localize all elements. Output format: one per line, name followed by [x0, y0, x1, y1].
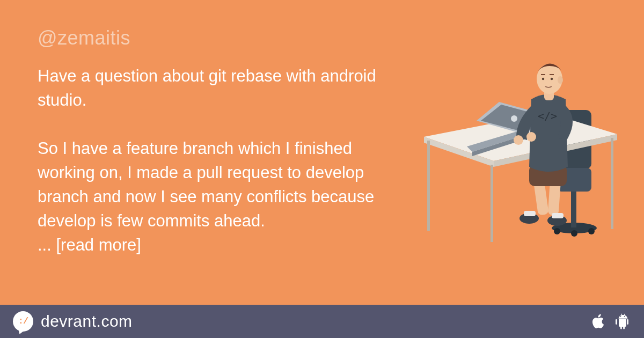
svg-point-35 [558, 76, 563, 84]
svg-point-36 [542, 78, 544, 80]
svg-rect-12 [491, 165, 493, 242]
post-card: @zemaitis Have a question about git reba… [0, 0, 644, 338]
brand-name: devrant.com [41, 312, 133, 330]
svg-point-7 [571, 230, 577, 237]
svg-point-22 [511, 115, 517, 122]
android-icon[interactable] [615, 313, 629, 329]
svg-rect-13 [611, 138, 613, 229]
svg-point-31 [514, 135, 523, 145]
post-content: @zemaitis Have a question about git reba… [38, 27, 413, 258]
read-more-link[interactable]: ... [read more] [38, 236, 141, 254]
svg-text:</>: </> [538, 109, 557, 122]
apple-icon[interactable] [591, 313, 605, 329]
svg-point-32 [526, 132, 536, 142]
svg-rect-29 [552, 213, 564, 218]
footer-bar: :/ devrant.com [0, 305, 644, 338]
platform-icons [591, 313, 629, 329]
svg-rect-11 [427, 141, 430, 231]
svg-rect-1 [571, 190, 576, 228]
svg-point-37 [551, 78, 553, 80]
author-handle[interactable]: @zemaitis [38, 27, 413, 49]
brand-logo[interactable]: :/ devrant.com [13, 311, 133, 332]
svg-point-5 [554, 228, 560, 234]
avatar-illustration: </> [419, 30, 623, 244]
svg-rect-28 [524, 211, 536, 216]
logo-face: :/ [18, 317, 28, 326]
svg-point-6 [588, 228, 595, 234]
logo-bubble-icon: :/ [13, 311, 33, 332]
post-body: Have a question about git rebase with an… [38, 64, 413, 258]
post-body-text: Have a question about git rebase with an… [38, 67, 380, 230]
